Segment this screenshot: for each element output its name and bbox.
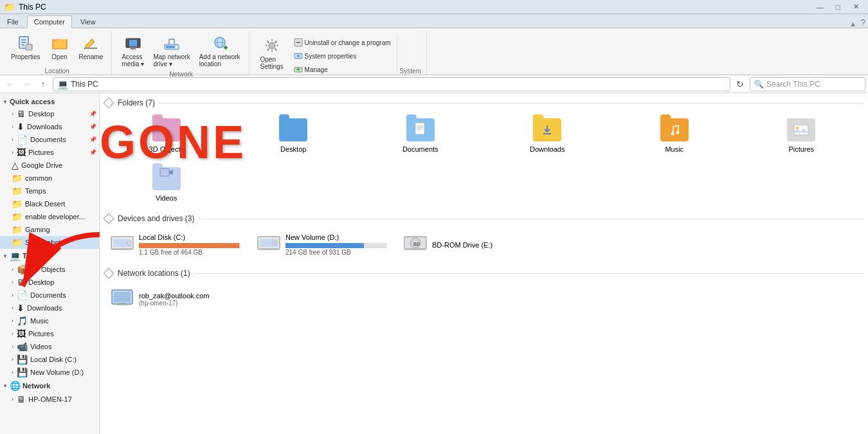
access-media-button[interactable]: Accessmedia ▾ [118,31,147,69]
forward-button[interactable]: → [19,77,33,91]
sidebar-item-desktop[interactable]: › 🖥 Desktop 📌 [0,107,99,120]
this-pc-chevron: ▼ [3,253,8,259]
devices-section-header[interactable]: Devices and drives (3) [105,214,863,223]
thispc-pictures-icon: 🖼 [17,329,26,339]
sidebar-item-enabledev[interactable]: 📁 enable developer... [0,210,99,223]
folder-item-downloads[interactable]: Downloads [486,113,610,158]
svg-rect-34 [794,125,808,135]
pictures-icon: 🖼 [17,147,26,158]
ribbon-group-system: OpenSettings Uninstall or change a progr… [251,31,427,75]
sidebar-item-thispc-documents[interactable]: › 📄 Documents [0,289,99,302]
tab-view[interactable]: View [73,15,103,28]
drives-grid: Local Disk (C:) 1.1 GB free of 464 GB Ne… [105,228,863,261]
close-button[interactable]: ✕ [847,1,864,14]
folder-pictures-icon [786,117,817,143]
drive-d-size: 214 GB free of 931 GB [285,249,387,256]
screenshots-icon: 📁 [12,237,23,248]
folder-item-videos[interactable]: Videos [105,161,228,206]
blackdesert-icon: 📁 [12,199,23,209]
uninstall-button[interactable]: Uninstall or change a program [291,36,394,49]
network-section-label: Network locations (1) [118,269,190,278]
drive-item-c[interactable]: Local Disk (C:) 1.1 GB free of 464 GB [105,228,246,261]
sidebar-item-hp-omen-17-label: HP-OMEN-17 [28,395,72,403]
sidebar-item-thispc-videos[interactable]: › 📹 Videos [0,340,99,353]
sidebar-item-common[interactable]: 📁 common [0,172,99,185]
drive-c-bar [139,243,239,248]
local-disk-c-icon: 💾 [17,354,28,365]
sidebar-item-screenshots[interactable]: 📁 Screenshots [0,236,99,249]
open-icon [50,33,70,53]
drive-e-name: BD-ROM Drive (E:) [432,241,534,249]
this-pc-header[interactable]: ▼ 💻 This PC [0,249,99,263]
access-media-icon [123,33,143,53]
sidebar-item-blackdesert[interactable]: 📁 Black Desert [0,197,99,210]
network-header[interactable]: ▼ 🌐 Network [0,379,99,393]
network-item-rob-zak[interactable]: rob_zak@outlook.com (hp-omen-17) [105,283,863,316]
refresh-button[interactable]: ↻ [733,77,747,91]
search-box[interactable]: 🔍 Search This PC [750,77,865,91]
documents-pin-icon: 📌 [89,136,96,143]
sidebar-item-thispc-downloads[interactable]: › ⬇ Downloads [0,302,99,314]
sidebar-item-local-disk-c[interactable]: › 💾 Local Disk (C:) [0,353,99,366]
open-settings-button[interactable]: OpenSettings [256,33,288,72]
sidebar-item-gaming-label: Gaming [25,226,50,233]
properties-button[interactable]: Properties [8,31,44,62]
up-button[interactable]: ↑ [36,77,50,91]
add-network-location-icon [210,33,230,53]
gaming-icon: 📁 [12,224,23,235]
sidebar-item-temps[interactable]: 📁 Temps [0,185,99,197]
sidebar-item-downloads-label: Downloads [27,123,62,131]
open-button[interactable]: Open [46,31,73,62]
sidebar-item-thispc-desktop[interactable]: › 🖥 Desktop [0,276,99,289]
app-icon: 📁 [4,2,15,12]
drive-item-d[interactable]: New Volume (D:) 214 GB free of 931 GB [251,228,393,261]
minimize-button[interactable]: — [811,1,828,14]
thispc-music-icon: 🎵 [17,316,28,326]
quick-access-header[interactable]: ▼ Quick access [0,96,99,107]
svg-point-33 [676,131,679,134]
maximize-button[interactable]: □ [829,1,846,14]
rename-button[interactable]: Rename [76,31,107,62]
sidebar-item-googledrive[interactable]: △ Google Drive [0,159,99,172]
drive-item-e[interactable]: BD BD-ROM Drive (E:) [398,228,539,261]
sidebar-item-pictures[interactable]: › 🖼 Pictures 📌 [0,146,99,159]
sidebar-item-documents[interactable]: › 📄 Documents 📌 [0,133,99,146]
folder-documents-label: Documents [402,145,439,153]
sidebar-item-downloads[interactable]: › ⬇ Downloads 📌 [0,120,99,133]
network-section-line [194,273,863,274]
sidebar-item-gaming[interactable]: 📁 Gaming [0,223,99,236]
network-section-header[interactable]: Network locations (1) [105,269,863,278]
folder-downloads-icon [532,117,563,143]
sidebar-item-3dobjects[interactable]: › 📦 3D Objects [0,263,99,276]
hp-omen-17-icon: 🖥 [17,394,26,404]
tab-computer[interactable]: Computer [27,15,72,28]
address-path[interactable]: 💻 This PC [53,77,730,91]
svg-point-19 [269,42,275,49]
help-icon[interactable]: ? [860,17,865,28]
map-network-drive-button[interactable]: Map networkdrive ▾ [150,31,193,69]
sidebar-item-thispc-music[interactable]: › 🎵 Music [0,314,99,327]
sidebar-item-new-volume-d[interactable]: › 💾 New Volume (D:) [0,366,99,379]
ribbon-collapse[interactable]: ▲ [849,20,856,28]
tab-file[interactable]: File [0,15,26,28]
googledrive-icon: △ [12,160,19,170]
back-button[interactable]: ← [3,77,17,91]
thispc-downloads-arrow: › [12,305,14,311]
system-properties-button[interactable]: System properties [291,50,394,62]
folder-item-documents[interactable]: Documents [359,113,482,158]
thispc-documents-arrow: › [12,292,14,298]
downloads-icon: ⬇ [17,122,24,132]
add-network-location-button[interactable]: Add a networklocation [196,31,244,69]
folder-item-3d-objects[interactable]: 3D Objects [105,113,228,158]
drive-c-size: 1.1 GB free of 464 GB [139,249,240,256]
sidebar-item-hp-omen-17[interactable]: › 🖥 HP-OMEN-17 [0,393,99,406]
sidebar-item-local-disk-c-label: Local Disk (C:) [30,356,77,363]
new-volume-d-arrow: › [12,369,14,375]
manage-button[interactable]: Manage [291,63,394,76]
folders-section-header[interactable]: Folders (7) [105,98,863,107]
quick-access-label: Quick access [10,98,55,105]
folder-item-music[interactable]: Music [613,113,736,158]
folder-item-pictures[interactable]: Pictures [740,113,863,158]
sidebar-item-thispc-pictures[interactable]: › 🖼 Pictures [0,327,99,340]
folder-item-desktop[interactable]: Desktop [232,113,356,158]
